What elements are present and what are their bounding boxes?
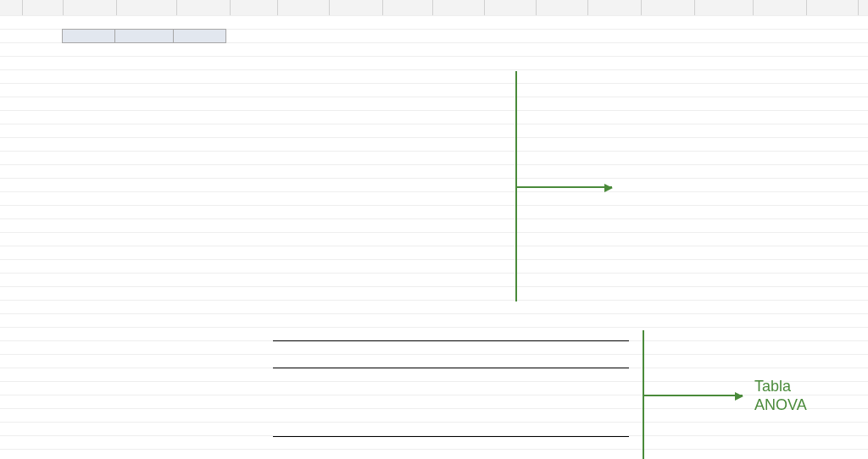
col-A[interactable] — [23, 0, 64, 15]
summary-col-matematicas — [324, 56, 329, 69]
col-K[interactable] — [537, 0, 588, 15]
anova-header-line — [273, 368, 629, 368]
anova-total-f — [273, 449, 278, 459]
header-matematicas[interactable] — [114, 30, 174, 43]
summary-label — [273, 56, 278, 69]
summary-col-historia — [380, 56, 385, 69]
col-H[interactable] — [383, 0, 433, 15]
summary-col-total — [432, 56, 437, 69]
anova-h1-l2 — [273, 354, 278, 368]
table-row — [63, 30, 226, 43]
col-B[interactable] — [64, 0, 117, 15]
anova-title — [273, 327, 278, 340]
col-G[interactable] — [330, 0, 383, 15]
col-D[interactable] — [177, 0, 231, 15]
anova-h5-l2 — [475, 354, 524, 368]
column-headers — [0, 0, 868, 16]
select-all-corner[interactable] — [0, 0, 23, 15]
col-E[interactable] — [231, 0, 278, 15]
anova-within-line — [273, 436, 629, 437]
anova-h2-l2 — [327, 354, 376, 368]
col-C[interactable] — [117, 0, 177, 15]
anova-h3-l2 — [376, 354, 426, 368]
anova-within-i — [426, 422, 475, 435]
col-F[interactable] — [278, 0, 330, 15]
anova-h7-l3 — [576, 354, 629, 368]
header-grupo[interactable] — [63, 30, 115, 43]
anova-h6-l2 — [526, 354, 575, 368]
anova-h4-l3 — [426, 354, 475, 368]
anova-arrow — [643, 395, 743, 396]
anova-total-g — [327, 449, 376, 459]
anova-within-l2 — [273, 422, 278, 435]
anova-within-h — [376, 422, 426, 435]
col-I[interactable] — [433, 0, 485, 15]
analysis-title — [273, 29, 278, 42]
input-data-table[interactable] — [62, 29, 226, 43]
header-historia[interactable] — [174, 30, 226, 43]
col-J[interactable] — [485, 0, 537, 15]
anova-annotation-line2: ANOVA — [754, 396, 807, 414]
col-O[interactable] — [754, 0, 807, 15]
anova-annotation-line1: Tabla — [754, 378, 791, 395]
col-P[interactable] — [807, 0, 859, 15]
summary-arrow — [515, 186, 612, 188]
anova-total-h — [376, 449, 426, 459]
spreadsheet[interactable]: Tabla ANOVA — [0, 0, 868, 459]
col-N[interactable] — [695, 0, 754, 15]
col-M[interactable] — [642, 0, 695, 15]
anova-within-g — [327, 422, 376, 435]
col-L[interactable] — [588, 0, 642, 15]
